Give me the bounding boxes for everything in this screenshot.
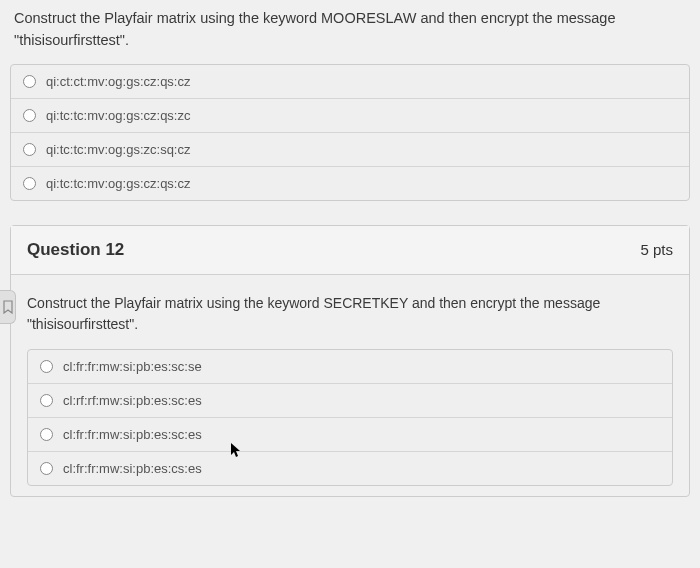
radio-icon[interactable]	[40, 428, 53, 441]
question-12-options: cl:fr:fr:mw:si:pb:es:sc:se cl:rf:rf:mw:s…	[27, 349, 673, 486]
option-label: qi:tc:tc:mv:og:gs:cz:qs:zc	[46, 108, 191, 123]
option-row[interactable]: cl:fr:fr:mw:si:pb:es:cs:es	[28, 452, 672, 485]
option-row[interactable]: cl:rf:rf:mw:si:pb:es:sc:es	[28, 384, 672, 418]
question-11-options: qi:ct:ct:mv:og:gs:cz:qs:cz qi:tc:tc:mv:o…	[10, 64, 690, 201]
option-label: qi:tc:tc:mv:og:gs:zc:sq:cz	[46, 142, 191, 157]
question-body: Construct the Playfair matrix using the …	[11, 275, 689, 496]
option-label: cl:fr:fr:mw:si:pb:es:sc:se	[63, 359, 202, 374]
option-row[interactable]: cl:fr:fr:mw:si:pb:es:sc:se	[28, 350, 672, 384]
option-label: cl:fr:fr:mw:si:pb:es:cs:es	[63, 461, 202, 476]
question-12-prompt: Construct the Playfair matrix using the …	[27, 293, 673, 349]
question-11-prompt: Construct the Playfair matrix using the …	[10, 8, 690, 64]
question-points: 5 pts	[640, 241, 673, 258]
option-row[interactable]: qi:tc:tc:mv:og:gs:cz:qs:zc	[11, 99, 689, 133]
quiz-page: Construct the Playfair matrix using the …	[0, 0, 700, 568]
question-title: Question 12	[27, 240, 124, 260]
option-label: qi:tc:tc:mv:og:gs:cz:qs:cz	[46, 176, 191, 191]
radio-icon[interactable]	[40, 394, 53, 407]
question-12-card: Question 12 5 pts Construct the Playfair…	[10, 225, 690, 497]
option-row[interactable]: cl:fr:fr:mw:si:pb:es:sc:es	[28, 418, 672, 452]
option-row[interactable]: qi:tc:tc:mv:og:gs:zc:sq:cz	[11, 133, 689, 167]
radio-icon[interactable]	[23, 75, 36, 88]
bookmark-tab[interactable]	[0, 290, 16, 324]
radio-icon[interactable]	[23, 177, 36, 190]
option-label: cl:rf:rf:mw:si:pb:es:sc:es	[63, 393, 202, 408]
radio-icon[interactable]	[23, 143, 36, 156]
radio-icon[interactable]	[40, 462, 53, 475]
question-header: Question 12 5 pts	[11, 226, 689, 275]
option-label: cl:fr:fr:mw:si:pb:es:sc:es	[63, 427, 202, 442]
option-row[interactable]: qi:tc:tc:mv:og:gs:cz:qs:cz	[11, 167, 689, 200]
radio-icon[interactable]	[40, 360, 53, 373]
radio-icon[interactable]	[23, 109, 36, 122]
bookmark-icon	[3, 300, 13, 314]
option-label: qi:ct:ct:mv:og:gs:cz:qs:cz	[46, 74, 191, 89]
option-row[interactable]: qi:ct:ct:mv:og:gs:cz:qs:cz	[11, 65, 689, 99]
